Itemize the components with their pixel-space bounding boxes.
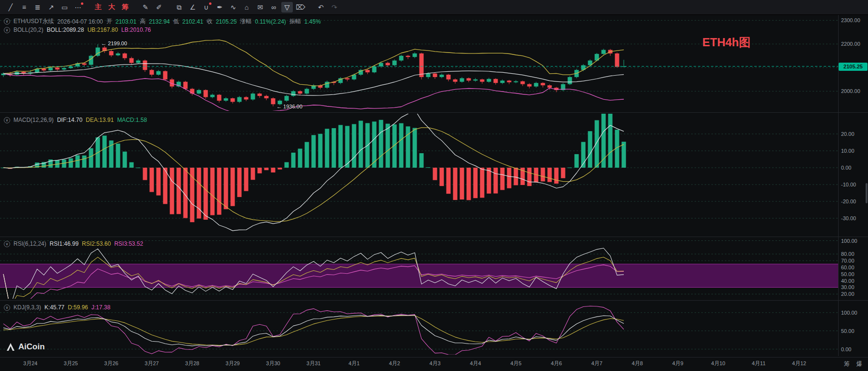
- x-axis-label: 3月28: [177, 360, 208, 367]
- panel-separator: [0, 112, 868, 113]
- low-value: 2102.41: [183, 18, 203, 25]
- symbol-name[interactable]: ETH/USDT永续: [13, 17, 54, 26]
- collapse-rsi-icon[interactable]: ∨: [4, 241, 10, 247]
- collapse-kdj-icon[interactable]: ∨: [4, 305, 10, 311]
- chip-distribution-button[interactable]: 筹: [119, 2, 131, 13]
- chart-title-annotation[interactable]: ETH4h图: [702, 35, 750, 50]
- y-axis-label: 50.00: [841, 271, 855, 277]
- boll-mid-value: BOLL:2089.28: [47, 26, 84, 33]
- x-axis-label: 4月7: [581, 360, 612, 367]
- macd-header: ∨ MACD(12,26,9) DIF:14.70 DEA:13.91 MACD…: [4, 117, 147, 123]
- delete-icon[interactable]: ⌦: [295, 2, 306, 13]
- y-axis-label: 2200.00: [841, 41, 860, 47]
- panel-separator: [0, 237, 868, 237]
- rsi2-value: RSI2:53.60: [82, 240, 111, 247]
- x-axis-label: 4月5: [500, 360, 531, 367]
- x-axis-label: 3月29: [217, 360, 248, 367]
- kdj-header: ∨ KDJ(9,3,3) K:45.77 D:59.96 J:17.38: [4, 304, 110, 311]
- amplitude-value: 1.45%: [304, 18, 321, 25]
- scrollbar-thumb[interactable]: [866, 183, 868, 203]
- high-value: 2132.94: [149, 18, 170, 25]
- rectangle-tool-icon[interactable]: ▭: [59, 2, 70, 13]
- boll-name[interactable]: BOLL(20,2): [13, 26, 43, 33]
- y-axis-label: 40.00: [841, 278, 855, 284]
- low-label: 低: [173, 17, 179, 26]
- open-value: 2103.01: [116, 18, 136, 25]
- more-tools-icon[interactable]: ⋯: [72, 2, 84, 13]
- notification-dot: [81, 2, 83, 5]
- y-axis-label: 20.00: [841, 131, 855, 137]
- x-axis-label: 4月6: [541, 360, 572, 367]
- kdj-d-value: D:59.96: [68, 304, 88, 311]
- y-axis-label: 100.00: [841, 238, 857, 244]
- x-axis-label: 3月30: [258, 360, 289, 367]
- y-axis-label: -10.00: [841, 182, 856, 187]
- x-axis-label: 3月27: [136, 360, 167, 367]
- aicoin-logo-icon: [6, 342, 15, 352]
- x-axis-label: 4月11: [743, 360, 774, 367]
- large-chart-button[interactable]: 大: [106, 2, 118, 13]
- liquidation-tab[interactable]: 爆: [856, 360, 862, 368]
- macd-dif-value: DIF:14.70: [57, 117, 82, 123]
- boll-header: ∨ BOLL(20,2) BOLL:2089.28 UB:2167.80 LB:…: [4, 26, 151, 33]
- macd-panel-graphics: [0, 109, 838, 231]
- notification-dot: [209, 2, 211, 5]
- chart-canvas[interactable]: [0, 0, 868, 371]
- y-axis-label: 50.00: [841, 328, 855, 334]
- chip-tab[interactable]: 筹: [844, 360, 850, 368]
- y-axis-label: 0.00: [841, 165, 851, 171]
- kdj-panel-graphics: [0, 306, 838, 355]
- candle-timestamp: 2026-04-07 16:00: [57, 18, 103, 25]
- boll-lb-value: LB:2010.76: [121, 26, 151, 33]
- edit-icon[interactable]: ✎: [140, 2, 151, 13]
- filter-icon[interactable]: ▽: [281, 2, 293, 13]
- change-label: 涨幅: [240, 17, 251, 26]
- main-chart-button[interactable]: 主: [92, 2, 104, 13]
- last-price-tag: 2105.25: [839, 63, 868, 71]
- price-annotation-high: ← 2199.00: [101, 40, 127, 46]
- link-icon[interactable]: ∞: [268, 2, 279, 13]
- undo-icon[interactable]: ↶: [315, 2, 327, 13]
- x-axis-label: 3月26: [96, 360, 127, 367]
- collapse-macd-icon[interactable]: ∨: [4, 117, 10, 123]
- x-axis-label: 3月25: [55, 360, 86, 367]
- y-axis-label: 30.00: [841, 284, 855, 290]
- open-label: 开: [106, 17, 112, 26]
- pen-icon[interactable]: ✒: [214, 2, 225, 13]
- menu-icon[interactable]: ≡: [18, 2, 30, 13]
- x-axis-label: 4月1: [339, 360, 369, 367]
- brush-icon[interactable]: ✐: [153, 2, 165, 13]
- y-axis-label: -30.00: [841, 215, 856, 221]
- redo-icon[interactable]: ↷: [329, 2, 340, 13]
- kdj-name[interactable]: KDJ(9,3,3): [13, 304, 41, 311]
- y-axis-label: 0.00: [841, 346, 851, 352]
- y-axis-label: 70.00: [841, 258, 855, 264]
- magnet-icon[interactable]: ∪: [200, 2, 212, 13]
- x-axis-label: 4月2: [379, 360, 410, 367]
- toolbar: ╱≡≣↗▭⋯主大筹✎✐⧉∠∪✒∿⌂✉∞▽⌦↶↷: [0, 0, 868, 15]
- ruler-icon[interactable]: ∠: [187, 2, 198, 13]
- collapse-symbol-icon[interactable]: ∨: [4, 18, 10, 25]
- draw-line-icon[interactable]: ╱: [5, 2, 16, 13]
- message-icon[interactable]: ✉: [254, 2, 266, 13]
- y-axis-label: 2000.00: [841, 88, 860, 94]
- rsi-header: ∨ RSI(6,12,24) RSI1:46.99 RSI2:53.60 RSI…: [4, 240, 143, 247]
- copy-icon[interactable]: ⧉: [173, 2, 185, 13]
- y-axis-label: 100.00: [841, 310, 857, 316]
- high-label: 高: [140, 17, 145, 26]
- home-icon[interactable]: ⌂: [241, 2, 252, 13]
- y-axis-label: -20.00: [841, 199, 856, 204]
- aicoin-watermark: AiCoin: [6, 342, 45, 352]
- wave-icon[interactable]: ∿: [227, 2, 239, 13]
- collapse-boll-icon[interactable]: ∨: [4, 27, 10, 33]
- close-value: 2105.25: [216, 18, 237, 25]
- macd-hist-value: MACD:1.58: [117, 117, 147, 123]
- cursor-icon[interactable]: ↗: [45, 2, 57, 13]
- list-icon[interactable]: ≣: [32, 2, 43, 13]
- macd-name[interactable]: MACD(12,26,9): [13, 117, 53, 123]
- symbol-header: ∨ ETH/USDT永续 2026-04-07 16:00 开 2103.01 …: [4, 17, 321, 26]
- y-axis-label: 20.00: [841, 291, 855, 297]
- rsi-name[interactable]: RSI(6,12,24): [13, 240, 46, 247]
- y-axis-label: 2300.00: [841, 17, 860, 23]
- bottom-right-tabs: 筹 爆: [844, 360, 862, 368]
